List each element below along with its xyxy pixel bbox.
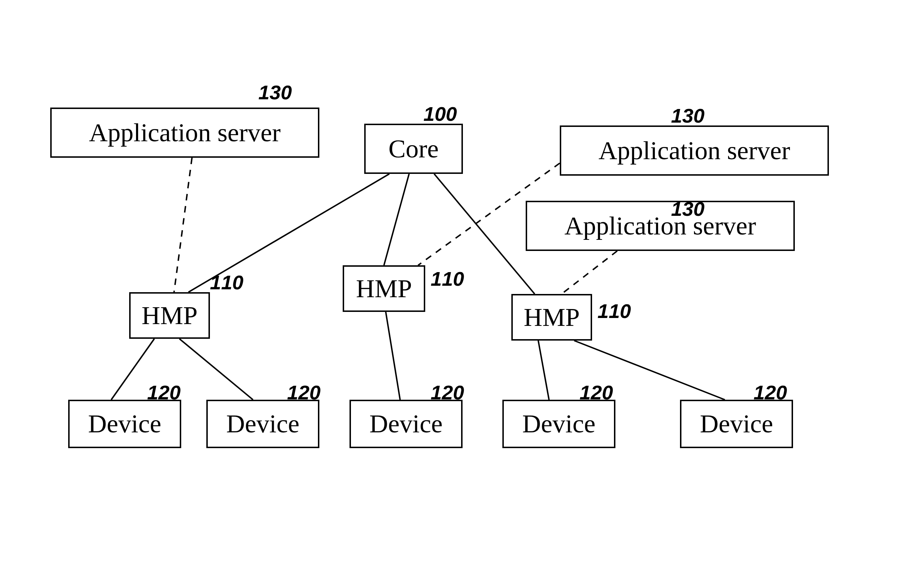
core-node: Core (364, 124, 463, 174)
ref-appServer: 130 (671, 197, 705, 220)
app-server-left: Application server (50, 107, 319, 158)
ref-device: 120 (147, 381, 180, 404)
svg-line-5 (386, 312, 400, 400)
app-server-label: Application server (89, 118, 280, 148)
ref-hmp: 110 (431, 267, 464, 290)
svg-line-4 (180, 339, 253, 400)
device-label: Device (226, 409, 300, 439)
device-5: Device (680, 400, 793, 448)
ref-appServer: 130 (671, 104, 705, 127)
hmp-3: HMP (512, 294, 592, 341)
ref-device: 120 (287, 381, 320, 404)
hmp-label: HMP (523, 303, 579, 332)
svg-line-10 (562, 251, 617, 294)
device-label: Device (523, 409, 596, 439)
ref-hmp: 110 (597, 299, 631, 322)
hmp-label: HMP (356, 274, 412, 304)
app-server-label: Application server (564, 211, 756, 241)
device-2: Device (206, 400, 319, 448)
app-server-mid: Application server (526, 201, 795, 251)
ref-device: 120 (431, 381, 464, 404)
ref-device: 120 (579, 381, 613, 404)
device-label: Device (88, 409, 162, 439)
core-label: Core (389, 134, 439, 164)
app-server-right: Application server (560, 125, 829, 176)
hmp-1: HMP (129, 292, 210, 339)
svg-line-6 (538, 341, 549, 400)
ref-core: 100 (423, 102, 457, 125)
svg-line-8 (174, 158, 192, 292)
ref-device: 120 (754, 381, 787, 404)
device-label: Device (700, 409, 773, 439)
device-1: Device (68, 400, 181, 448)
hmp-label: HMP (141, 301, 197, 331)
device-4: Device (502, 400, 615, 448)
ref-hmp: 110 (210, 271, 243, 294)
device-3: Device (350, 400, 462, 448)
device-label: Device (370, 409, 443, 439)
svg-line-1 (384, 174, 409, 265)
app-server-label: Application server (599, 136, 790, 166)
hmp-2: HMP (343, 265, 425, 312)
ref-appServer: 130 (258, 81, 292, 104)
